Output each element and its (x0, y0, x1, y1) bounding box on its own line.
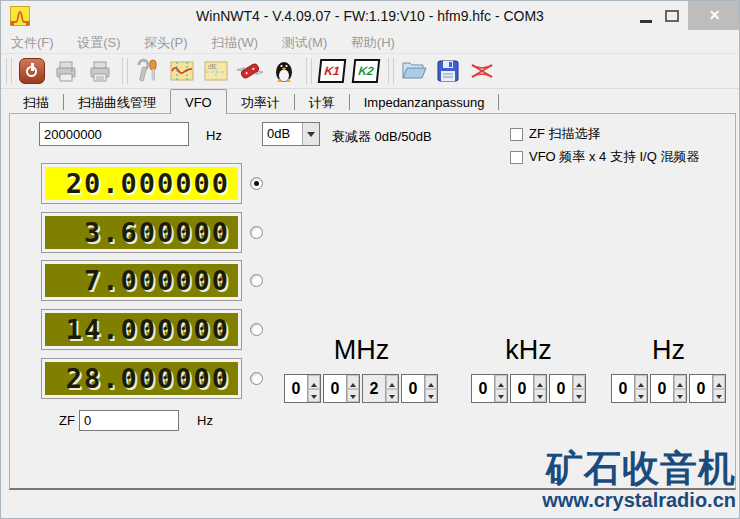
toolbar-separator[interactable] (388, 58, 394, 84)
attenuator-select[interactable]: 0dB (262, 122, 320, 146)
spinner-up-icon[interactable] (674, 375, 686, 389)
tab-sweep[interactable]: 扫描 (9, 92, 63, 114)
hz-header: Hz (611, 335, 726, 366)
spinner-up-icon[interactable] (347, 375, 359, 389)
spinner-down-icon[interactable] (534, 389, 546, 403)
zf-sweep-checkbox-row: ZF 扫描选择 (510, 126, 601, 142)
tab-bar: 扫描 扫描曲线管理 VFO 功率计 计算 Impedanzanpassung (9, 89, 499, 114)
spinner-down-icon[interactable] (573, 389, 585, 403)
window-title: WinNWT4 - V.4.09.07 - FW:1.19:V10 - hfm9… (1, 1, 739, 31)
swiss-knife-icon[interactable] (237, 58, 263, 84)
zf-label: ZF (59, 413, 75, 428)
settings-tools-icon[interactable] (135, 58, 161, 84)
spinner-down-icon[interactable] (308, 389, 320, 403)
lcd-2-radio[interactable] (250, 226, 263, 239)
zf-sweep-checkbox-label: ZF 扫描选择 (529, 125, 601, 143)
channel-k1-icon[interactable]: K1 (319, 58, 345, 84)
tab-calculate[interactable]: 计算 (295, 92, 349, 114)
spinner-down-icon[interactable] (713, 389, 725, 403)
hz-digit-spinner-2[interactable]: 0 (650, 374, 687, 403)
menu-settings[interactable]: 设置(S) (67, 31, 130, 52)
watermark-title: 矿石收音机 (542, 449, 736, 489)
khz-digit-spinner-3[interactable]: 0 (549, 374, 586, 403)
menu-probe[interactable]: 探头(P) (134, 31, 197, 52)
tab-power-meter[interactable]: 功率计 (227, 92, 294, 114)
vfo-x4-checkbox-row: VFO 频率 x 4 支持 I/Q 混频器 (510, 149, 699, 165)
lcd-frequency-5: 28.000000 (41, 358, 242, 399)
attenuator-label: 衰减器 0dB/50dB (332, 128, 432, 146)
lcd-1-radio[interactable] (250, 177, 263, 190)
lcd-frequency-3: 7.000000 (41, 260, 242, 301)
spinner-up-icon[interactable] (308, 375, 320, 389)
print-icon[interactable] (53, 58, 79, 84)
save-file-icon[interactable] (435, 58, 461, 84)
menu-test[interactable]: 测试(M) (272, 31, 338, 52)
tab-separator (498, 94, 499, 110)
hz-digit-spinner-1[interactable]: 0 (611, 374, 648, 403)
mhz-header: MHz (284, 335, 439, 366)
mhz-digit-spinner-4[interactable]: 0 (401, 374, 438, 403)
spinner-down-icon[interactable] (635, 389, 647, 403)
db-scale-icon[interactable]: dB (203, 58, 229, 84)
toolbar-separator[interactable] (6, 58, 12, 84)
mhz-digit-spinner-2[interactable]: 0 (323, 374, 360, 403)
mhz-digit-spinner-1[interactable]: 0 (284, 374, 321, 403)
hz-digit-spinner-3[interactable]: 0 (689, 374, 726, 403)
khz-digit-spinner-1[interactable]: 0 (471, 374, 508, 403)
spinner-down-icon[interactable] (386, 389, 398, 403)
vfo-x4-checkbox[interactable] (510, 151, 523, 164)
menu-bar: 文件(F) 设置(S) 探头(P) 扫描(W) 测试(M) 帮助(H) (1, 31, 739, 54)
zf-unit-label: Hz (197, 413, 213, 428)
menu-sweep[interactable]: 扫描(W) (201, 31, 268, 52)
sweep-display-icon[interactable] (169, 58, 195, 84)
minimize-icon[interactable] (640, 20, 652, 23)
spinner-up-icon[interactable] (573, 375, 585, 389)
linux-penguin-icon[interactable] (271, 58, 297, 84)
spinner-up-icon[interactable] (635, 375, 647, 389)
toolbar-separator[interactable] (306, 58, 312, 84)
tab-curve-management[interactable]: 扫描曲线管理 (64, 92, 170, 114)
lcd-3-radio[interactable] (250, 274, 263, 287)
lcd-4-radio[interactable] (250, 323, 263, 336)
menu-help[interactable]: 帮助(H) (341, 31, 405, 52)
channel-k2-icon[interactable]: K2 (353, 58, 379, 84)
spinner-down-icon[interactable] (425, 389, 437, 403)
spinner-down-icon[interactable] (495, 389, 507, 403)
tab-vfo[interactable]: VFO (170, 89, 227, 114)
power-exit-icon[interactable] (19, 58, 45, 84)
frequency-unit-label: Hz (206, 128, 222, 143)
lcd-value: 20.000000 (45, 167, 238, 200)
print-2-icon[interactable] (87, 58, 113, 84)
toolbar-separator[interactable] (122, 58, 128, 84)
lcd-frequency-4: 14.000000 (41, 309, 242, 350)
close-icon[interactable]: ✕ (688, 1, 740, 30)
spinner-down-icon[interactable] (347, 389, 359, 403)
watermark: 矿石收音机 www.crystalradio.cn (542, 449, 736, 511)
lcd-frequency-2: 3.600000 (41, 212, 242, 253)
tab-impedance-matching[interactable]: Impedanzanpassung (350, 92, 499, 114)
zf-sweep-checkbox[interactable] (510, 128, 523, 141)
open-file-icon[interactable] (401, 58, 427, 84)
spinner-down-icon[interactable] (674, 389, 686, 403)
spinner-up-icon[interactable] (425, 375, 437, 389)
spinner-up-icon[interactable] (713, 375, 725, 389)
vfo-x4-checkbox-label: VFO 频率 x 4 支持 I/Q 混频器 (529, 148, 699, 166)
lcd-5-radio[interactable] (250, 372, 263, 385)
zf-input[interactable] (79, 410, 179, 431)
lcd-value: 28.000000 (45, 362, 238, 395)
watermark-url: www.crystalradio.cn (542, 489, 736, 511)
chevron-down-icon[interactable] (302, 123, 319, 145)
lcd-frequency-1: 20.000000 (41, 163, 242, 204)
maximize-icon[interactable] (665, 10, 679, 22)
khz-digit-spinner-2[interactable]: 0 (510, 374, 547, 403)
spinner-up-icon[interactable] (386, 375, 398, 389)
mhz-digit-spinner-3[interactable]: 2 (362, 374, 399, 403)
menu-file[interactable]: 文件(F) (1, 31, 64, 52)
title-bar[interactable]: WinNWT4 - V.4.09.07 - FW:1.19:V10 - hfm9… (1, 1, 739, 31)
toolbar: dB K1 K2 (1, 54, 739, 89)
calibration-icon[interactable] (469, 58, 495, 84)
spinner-up-icon[interactable] (534, 375, 546, 389)
winnwt4-window: WinNWT4 - V.4.09.07 - FW:1.19:V10 - hfm9… (0, 0, 740, 519)
vfo-frequency-input[interactable] (39, 122, 189, 146)
spinner-up-icon[interactable] (495, 375, 507, 389)
